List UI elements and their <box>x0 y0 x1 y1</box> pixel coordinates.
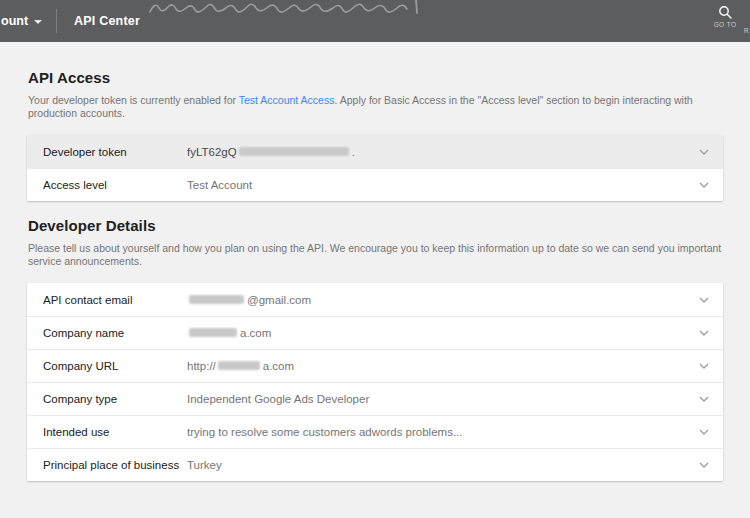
description-text: Your developer token is currently enable… <box>28 94 239 106</box>
api-access-description: Your developer token is currently enable… <box>28 94 723 120</box>
row-expand-control <box>699 363 709 369</box>
page-title: API Center <box>74 14 140 28</box>
redacted-text <box>239 147 349 156</box>
field-value: Independent Google Ads Developer <box>187 393 689 405</box>
goto-label: GO TO <box>714 21 737 28</box>
row-expand-control <box>699 149 709 155</box>
field-row-access-level[interactable]: Access levelTest Account <box>27 168 723 201</box>
api-access-card: Developer tokenfyLT62gQ.Access levelTest… <box>27 135 723 201</box>
field-value-visible-part: http:// <box>187 360 216 372</box>
redacted-text <box>189 295 244 304</box>
field-value-visible-part: @gmail.com <box>247 294 311 306</box>
field-value: @gmail.com <box>187 294 689 306</box>
developer-details-description: Please tell us about yourself and how yo… <box>28 242 723 268</box>
field-label: Company URL <box>43 360 187 372</box>
search-icon <box>718 5 732 19</box>
field-label: API contact email <box>43 294 187 306</box>
section-title-api-access: API Access <box>28 69 723 87</box>
field-value-visible-part: . <box>352 146 355 158</box>
field-row-company-url[interactable]: Company URLhttp://a.com <box>27 349 723 382</box>
chevron-down-icon <box>699 149 709 155</box>
chevron-down-icon <box>699 396 709 402</box>
caret-down-icon <box>34 20 42 24</box>
partial-nav-label: R <box>744 27 749 34</box>
field-value: Test Account <box>187 179 689 191</box>
row-expand-control <box>699 429 709 435</box>
row-expand-control <box>699 182 709 188</box>
chevron-down-icon <box>699 297 709 303</box>
field-value-visible-part: a.com <box>263 360 294 372</box>
field-value-visible-part: a.com <box>240 327 271 339</box>
field-value: a.com <box>187 327 689 339</box>
field-label: Company name <box>43 327 187 339</box>
test-account-access-link[interactable]: Test Account Access <box>239 94 335 106</box>
handwriting-watermark <box>148 0 520 16</box>
row-expand-control <box>699 297 709 303</box>
field-value: Turkey <box>187 459 689 471</box>
section-title-developer-details: Developer Details <box>28 217 723 235</box>
account-menu[interactable]: ount <box>0 14 42 28</box>
redacted-text <box>189 328 237 337</box>
app-header: ount API Center GO TO R <box>0 0 750 42</box>
header-divider <box>56 9 57 33</box>
field-row-company-name[interactable]: Company namea.com <box>27 316 723 349</box>
field-value-visible-part: fyLT62gQ <box>187 146 237 158</box>
field-label: Developer token <box>43 146 187 158</box>
developer-details-card: API contact email@gmail.comCompany namea… <box>27 283 723 481</box>
field-row-intended-use[interactable]: Intended usetrying to resolve some custo… <box>27 415 723 448</box>
chevron-down-icon <box>699 182 709 188</box>
row-expand-control <box>699 396 709 402</box>
field-value: trying to resolve some customers adwords… <box>187 426 689 438</box>
row-expand-control <box>699 462 709 468</box>
field-row-principal-place-of-business[interactable]: Principal place of businessTurkey <box>27 448 723 481</box>
chevron-down-icon <box>699 330 709 336</box>
field-value: http://a.com <box>187 360 689 372</box>
field-row-company-type[interactable]: Company typeIndependent Google Ads Devel… <box>27 382 723 415</box>
field-label: Intended use <box>43 426 187 438</box>
row-expand-control <box>699 330 709 336</box>
field-value: fyLT62gQ. <box>187 146 689 158</box>
chevron-down-icon <box>699 462 709 468</box>
field-row-api-contact-email[interactable]: API contact email@gmail.com <box>27 283 723 316</box>
chevron-down-icon <box>699 363 709 369</box>
field-label: Principal place of business <box>43 459 187 471</box>
redacted-text <box>218 361 260 370</box>
field-label: Company type <box>43 393 187 405</box>
field-label: Access level <box>43 179 187 191</box>
api-center-content: API Access Your developer token is curre… <box>0 69 750 481</box>
account-menu-label: ount <box>1 14 28 28</box>
goto-search[interactable]: GO TO <box>708 5 742 28</box>
chevron-down-icon <box>699 429 709 435</box>
field-row-developer-token[interactable]: Developer tokenfyLT62gQ. <box>27 135 723 168</box>
